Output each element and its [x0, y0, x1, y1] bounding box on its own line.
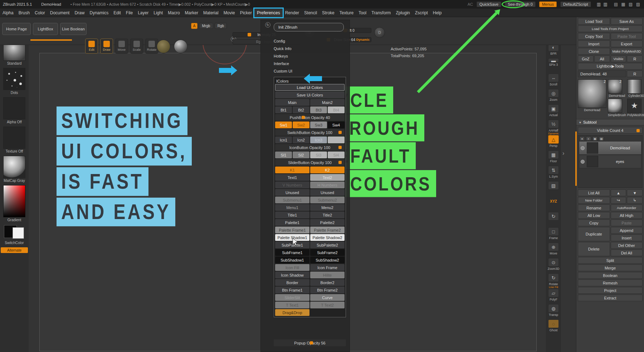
icolors-cell[interactable]: Sl2: [293, 152, 309, 158]
icolors-cell[interactable]: Btn Frame2: [310, 287, 345, 293]
tool-button[interactable]: Load Tool: [578, 18, 610, 25]
subtool-button[interactable]: Boolean: [578, 272, 643, 279]
icolors-cell[interactable]: Icon Fill: [275, 264, 309, 271]
polyframe-icon[interactable]: [599, 137, 604, 141]
right-shelf-item[interactable]: □ Frame: [548, 224, 559, 240]
icolors-cell[interactable]: Menu2: [310, 204, 345, 211]
subtool-button[interactable]: Del All: [611, 249, 643, 256]
icolors-cell[interactable]: SubPalette2: [310, 242, 345, 248]
tool-button[interactable]: Copy Tool: [578, 33, 610, 40]
visibility-eye-icon[interactable]: [581, 146, 585, 150]
icolors-cell[interactable]: V Numbers: [275, 182, 309, 188]
right-shelf-item[interactable]: ▣ Actual: [548, 101, 559, 117]
tool-button[interactable]: Clone: [578, 48, 610, 55]
icolors-cell[interactable]: Icon Shadow: [275, 272, 309, 278]
icolors-cell[interactable]: K1: [275, 167, 309, 173]
icolors-cell[interactable]: [310, 309, 345, 316]
tool-button[interactable]: Lightbox▶Tools: [578, 63, 643, 70]
subtool-button[interactable]: AutoReorder: [611, 204, 643, 211]
subtool-button[interactable]: Copy: [578, 219, 610, 226]
right-shelf-item[interactable]: ◎ Zoom: [548, 86, 559, 101]
tool-thumbnail[interactable]: [627, 99, 641, 113]
icolors-cell[interactable]: Sw1: [275, 122, 292, 128]
mode-button[interactable]: Rotate: [145, 39, 158, 54]
icolors-cell[interactable]: IconButton Opacity 100: [275, 144, 345, 151]
menu-item[interactable]: Help: [430, 9, 444, 17]
icolors-cell[interactable]: Icon Frame: [310, 264, 345, 271]
preferences-menu-item[interactable]: Hotkeys: [274, 52, 350, 60]
slider-handle[interactable]: [248, 33, 251, 36]
tray-item[interactable]: Gradient: [3, 185, 25, 222]
menu-item[interactable]: Layer: [135, 9, 151, 17]
icolors-cell[interactable]: Palette Frame2: [310, 227, 345, 233]
icolors-cell[interactable]: Palette Shadow2: [310, 234, 345, 241]
subtool-item[interactable]: eyes: [579, 155, 641, 168]
visible-count-slider[interactable]: Visible Count 4: [578, 127, 643, 134]
tray-thumbnail[interactable]: [3, 127, 25, 149]
tool-button[interactable]: R: [627, 55, 643, 62]
paint-icon[interactable]: [586, 137, 591, 141]
draw-size-dial[interactable]: D: [374, 27, 385, 38]
icolors-cell[interactable]: Palette2: [310, 219, 345, 226]
tool-button[interactable]: Paste Tool: [611, 33, 643, 40]
tool-button[interactable]: DemoHead. 48: [578, 70, 626, 77]
eye-icon[interactable]: [580, 137, 585, 141]
tool-thumbnail-item[interactable]: PolyMesh3D: [627, 99, 644, 117]
icolors-cell[interactable]: Menu1: [275, 204, 309, 211]
icolors-cell[interactable]: Icn3: [310, 137, 327, 143]
popup-opacity-slider[interactable]: Popup Opacity 56: [274, 339, 346, 346]
icolors-cell[interactable]: Border2: [310, 279, 345, 286]
icolors-cell[interactable]: SubShadow1: [275, 257, 309, 263]
icolors-cell[interactable]: Palette Frame1: [275, 227, 309, 233]
active-tool-thumbnail[interactable]: 2: [578, 79, 606, 108]
subtool-button[interactable]: Split: [578, 257, 643, 264]
right-shelf-item[interactable]: Dynamic △ Persp: [548, 132, 559, 148]
layout-grid-icons[interactable]: [614, 2, 641, 7]
menu-item[interactable]: File: [123, 9, 135, 17]
tool-thumbnail-item[interactable]: 2 DemoHead: [608, 79, 626, 98]
mode-button[interactable]: Move: [115, 39, 128, 54]
icolors-cell[interactable]: SwitchButton Opacity 100: [275, 129, 345, 136]
restore-config-icon[interactable]: [265, 22, 270, 28]
subtool-button[interactable]: Project: [578, 287, 643, 294]
mode-button[interactable]: Edit: [85, 39, 98, 54]
subtool-button[interactable]: Insert: [611, 234, 643, 241]
icolors-cell[interactable]: Text2: [310, 174, 345, 181]
right-shelf-item[interactable]: ⊙ Zoom3D: [548, 255, 560, 271]
subtool-button[interactable]: Extract: [578, 294, 643, 301]
icolors-cell[interactable]: SubFrame1: [275, 249, 309, 256]
stroke-icon[interactable]: [157, 40, 170, 53]
tray-item[interactable]: Alpha Off: [3, 97, 25, 124]
alpha-icon[interactable]: [174, 40, 187, 53]
icolors-cell[interactable]: T Text2: [310, 302, 345, 308]
icolors-cell[interactable]: Main2: [310, 99, 345, 106]
icolors-cell[interactable]: Unused: [275, 189, 309, 196]
menu-item[interactable]: Document: [48, 9, 72, 17]
icolors-cell[interactable]: Sl3: [310, 152, 327, 158]
tool-thumbnail-item[interactable]: SimpleBrush: [608, 99, 626, 117]
mode-button[interactable]: Draw: [100, 39, 113, 54]
tool-button[interactable]: Export: [611, 40, 643, 47]
init-zbrush-button[interactable]: Init ZBrush: [274, 23, 344, 31]
mrgb-button[interactable]: Mrgb: [199, 23, 213, 29]
icolors-title[interactable]: IColors: [275, 78, 345, 84]
menu-item[interactable]: Stroke: [319, 9, 337, 17]
icolors-cell[interactable]: SubPalette1: [275, 242, 309, 248]
icolors-cell[interactable]: [328, 137, 345, 143]
menu-item[interactable]: Render: [283, 9, 302, 17]
alternate-button[interactable]: Alternate: [1, 247, 28, 253]
menu-item[interactable]: Zscript: [413, 9, 430, 17]
icolors-cell[interactable]: Palette1: [275, 219, 309, 226]
tray-thumbnail[interactable]: [3, 97, 25, 119]
preferences-menu-item[interactable]: Interface: [274, 60, 350, 67]
tool-thumbnail[interactable]: [627, 79, 641, 94]
mode-button[interactable]: Scale: [130, 39, 143, 54]
see-through-button[interactable]: See-through 0: [505, 1, 536, 7]
default-zscript-button[interactable]: DefaultZScript: [560, 1, 591, 7]
subtool-thumbnail[interactable]: [587, 142, 598, 154]
menu-item[interactable]: Tool: [356, 9, 369, 17]
subtool-button[interactable]: Paste: [611, 219, 643, 226]
icolors-cell[interactable]: Title1: [275, 212, 309, 218]
tool-button[interactable]: Save As: [611, 18, 643, 25]
subtool-button[interactable]: Delete: [578, 242, 610, 256]
